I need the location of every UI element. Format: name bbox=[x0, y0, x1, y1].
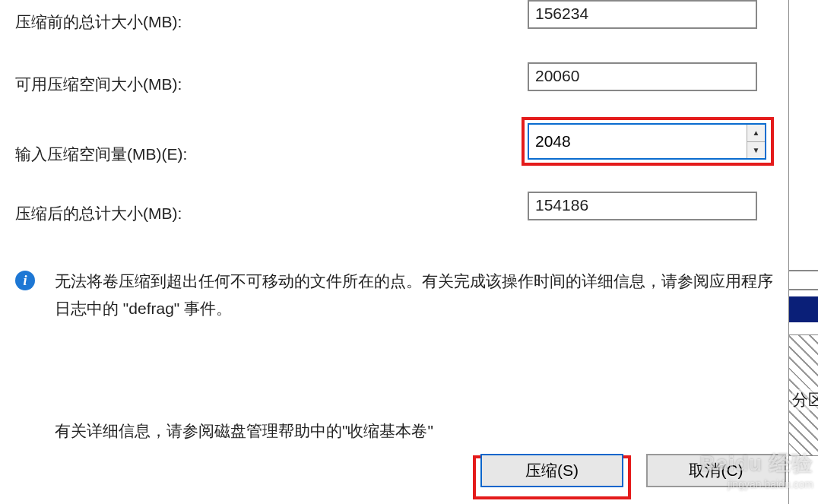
label-available: 可用压缩空间大小(MB): bbox=[15, 74, 517, 95]
label-total-before: 压缩前的总计大小(MB): bbox=[15, 11, 517, 33]
value-total-after: 154186 bbox=[528, 192, 757, 220]
row-total-after: 压缩后的总计大小(MB): 154186 bbox=[0, 192, 788, 236]
row-available: 可用压缩空间大小(MB): 20060 bbox=[0, 62, 788, 106]
spinner-buttons: ▲ ▼ bbox=[747, 125, 765, 158]
side-divider bbox=[789, 289, 818, 290]
side-divider bbox=[789, 270, 818, 271]
row-total-before: 压缩前的总计大小(MB): 156234 bbox=[0, 0, 788, 44]
spinner-up-button[interactable]: ▲ bbox=[747, 125, 765, 142]
input-amount-field[interactable] bbox=[529, 125, 747, 158]
shrink-volume-dialog: 压缩前的总计大小(MB): 156234 可用压缩空间大小(MB): 20060… bbox=[0, 0, 789, 504]
input-amount-spinner[interactable]: ▲ ▼ bbox=[528, 123, 766, 160]
info-row: i 无法将卷压缩到超出任何不可移动的文件所在的点。有关完成该操作时间的详细信息，… bbox=[0, 268, 788, 322]
side-panel: 分区 bbox=[789, 0, 818, 504]
shrink-button[interactable]: 压缩(S) bbox=[480, 454, 623, 487]
side-partition-label: 分区 bbox=[792, 389, 818, 410]
info-icon: i bbox=[15, 271, 35, 290]
spinner-down-button[interactable]: ▼ bbox=[747, 142, 765, 159]
info-text: 无法将卷压缩到超出任何不可移动的文件所在的点。有关完成该操作时间的详细信息，请参… bbox=[55, 268, 773, 322]
value-available: 20060 bbox=[528, 62, 757, 91]
label-input-amount: 输入压缩空间量(MB)(E): bbox=[15, 144, 517, 165]
help-text: 有关详细信息，请参阅磁盘管理帮助中的"收缩基本卷" bbox=[0, 420, 788, 442]
label-total-after: 压缩后的总计大小(MB): bbox=[15, 203, 517, 224]
row-input-amount: 输入压缩空间量(MB)(E): ▲ ▼ bbox=[0, 123, 788, 178]
side-blue-bar bbox=[789, 296, 818, 322]
button-row: 压缩(S) 取消(C) bbox=[0, 454, 788, 499]
cancel-button[interactable]: 取消(C) bbox=[646, 454, 786, 487]
value-total-before: 156234 bbox=[528, 0, 757, 29]
